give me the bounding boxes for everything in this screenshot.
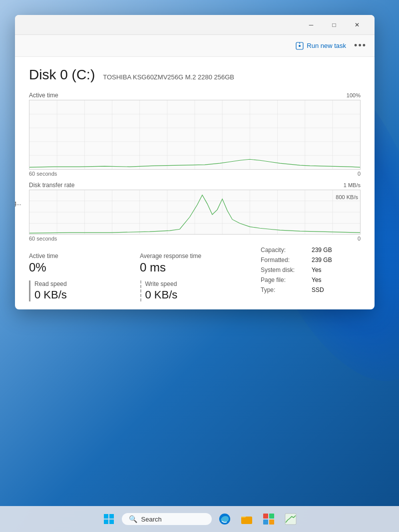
svg-rect-40: [263, 520, 268, 525]
svg-rect-38: [263, 514, 268, 519]
read-speed-label: Read speed: [34, 280, 140, 287]
minimize-button[interactable]: ─: [300, 17, 323, 33]
search-bar[interactable]: 🔍 Search: [122, 513, 212, 525]
disk-header: Disk 0 (C:) TOSHIBA KSG60ZMV256G M.2 228…: [29, 67, 361, 83]
folder-icon: [240, 513, 253, 526]
store-icon-svg: [262, 513, 275, 526]
transfer-rate-footer: 60 seconds 0: [29, 236, 361, 242]
avg-response-value: 0 ms: [140, 261, 251, 274]
bottom-left: Active time 0% Average response time 0 m…: [29, 247, 251, 301]
svg-point-1: [299, 45, 301, 47]
system-disk-row: System disk: Yes: [261, 266, 361, 273]
capacity-key: Capacity:: [261, 247, 306, 254]
active-time-label: Active time: [29, 92, 58, 99]
svg-rect-42: [285, 514, 296, 525]
start-button[interactable]: [100, 510, 118, 528]
window-controls: ─ □ ✕: [300, 17, 369, 33]
write-speed-block: Write speed 0 KB/s: [140, 280, 251, 301]
svg-rect-34: [104, 520, 108, 524]
more-options-button[interactable]: •••: [354, 40, 367, 51]
page-file-value: Yes: [312, 276, 322, 283]
speed-row: Read speed 0 KB/s Write speed 0 KB/s: [29, 280, 251, 301]
disk-info-panel: Capacity: 239 GB Formatted: 239 GB Syste…: [251, 247, 361, 301]
system-disk-value: Yes: [312, 266, 322, 273]
active-time-footer: 60 seconds 0: [29, 171, 361, 177]
avg-response-label: Average response time: [140, 253, 251, 260]
active-time-min: 0: [358, 171, 361, 177]
run-new-task-label: Run new task: [307, 42, 346, 49]
type-value: SSD: [312, 286, 324, 293]
capacity-value: 239 GB: [312, 247, 332, 254]
svg-rect-33: [109, 514, 114, 519]
write-speed-label: Write speed: [145, 280, 251, 287]
titlebar: ─ □ ✕: [15, 15, 375, 35]
store-icon[interactable]: [260, 510, 278, 528]
bottom-section: Active time 0% Average response time 0 m…: [29, 247, 361, 301]
active-time-chart: [29, 100, 361, 170]
write-speed-value: 0 KB/s: [145, 288, 251, 301]
transfer-rate-chart: 800 KB/s: [29, 190, 361, 235]
file-explorer-icon[interactable]: [238, 510, 256, 528]
stats-row: Active time 0% Average response time 0 m…: [29, 253, 251, 274]
avg-response-stat: Average response time 0 ms: [140, 253, 251, 274]
svg-rect-39: [269, 514, 274, 519]
toolbar: Run new task •••: [15, 35, 375, 57]
transfer-rate-min: 0: [358, 236, 361, 242]
read-speed-block: Read speed 0 KB/s: [29, 280, 140, 301]
close-button[interactable]: ✕: [346, 17, 369, 33]
windows-logo-icon: [103, 513, 115, 525]
page-file-key: Page file:: [261, 276, 306, 283]
run-new-task-button[interactable]: Run new task: [296, 42, 346, 50]
disk-title: Disk 0 (C:): [29, 67, 95, 83]
capacity-row: Capacity: 239 GB: [261, 247, 361, 254]
task-manager-window: ─ □ ✕ Run new task ••• Disk 0 (C:) TOSHI…: [15, 15, 375, 309]
active-time-stat-label: Active time: [29, 253, 140, 260]
edge-icon: [218, 512, 232, 526]
svg-rect-35: [109, 520, 114, 524]
read-speed-value: 0 KB/s: [34, 288, 140, 301]
transfer-rate-svg: [29, 190, 360, 234]
svg-rect-32: [104, 514, 108, 519]
active-time-section: Active time 100%: [29, 92, 361, 177]
transfer-rate-max: 1 MB/s: [344, 182, 361, 188]
system-disk-key: System disk:: [261, 266, 306, 273]
transfer-rate-seconds: 60 seconds: [29, 236, 57, 242]
run-icon: [296, 42, 304, 50]
active-time-seconds: 60 seconds: [29, 171, 57, 177]
active-time-svg: [29, 100, 360, 169]
maximize-button[interactable]: □: [323, 17, 346, 33]
formatted-key: Formatted:: [261, 257, 306, 264]
transfer-rate-label: Disk transfer rate: [29, 182, 74, 189]
task-manager-icon[interactable]: [282, 510, 300, 528]
svg-rect-37: [241, 517, 252, 524]
active-time-max: 100%: [347, 92, 361, 98]
search-label: Search: [141, 516, 162, 523]
page-file-row: Page file: Yes: [261, 276, 361, 283]
active-time-stat: Active time 0%: [29, 253, 140, 274]
formatted-row: Formatted: 239 GB: [261, 257, 361, 264]
svg-rect-41: [269, 520, 274, 525]
transfer-rate-section: Disk transfer rate 1 MB/s 1) Veg...: [29, 182, 361, 242]
type-key: Type:: [261, 286, 306, 293]
formatted-value: 239 GB: [312, 257, 332, 264]
taskbar: 🔍 Search: [0, 506, 399, 532]
disk-model: TOSHIBA KSG60ZMV256G M.2 2280 256GB: [103, 73, 234, 81]
task-manager-icon-svg: [284, 513, 297, 526]
search-icon: 🔍: [129, 515, 137, 523]
type-row: Type: SSD: [261, 286, 361, 293]
browser-icon[interactable]: [216, 510, 234, 528]
active-time-stat-value: 0%: [29, 261, 140, 274]
side-label: 1) Veg...: [15, 200, 21, 207]
transfer-800-label: 800 KB/s: [336, 194, 358, 200]
content-area: Disk 0 (C:) TOSHIBA KSG60ZMV256G M.2 228…: [15, 57, 375, 309]
